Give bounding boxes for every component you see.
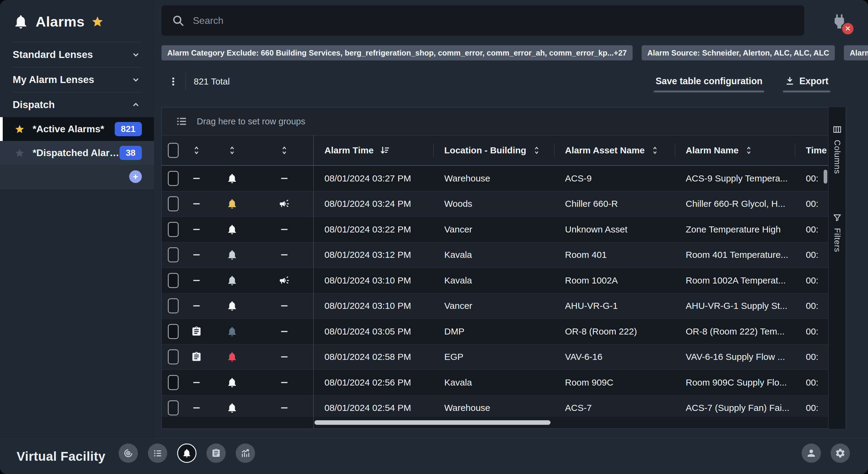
nav-alarms-button[interactable]: [177, 444, 196, 463]
select-all-checkbox[interactable]: [168, 143, 179, 158]
sidebar-section-dispatch[interactable]: Dispatch: [0, 92, 154, 117]
table-row[interactable]: 08/01/2024 03:27 PM Warehouse ACS-9 ACS-…: [162, 166, 828, 191]
alarm-name-cell: Room 401 Temperature...: [675, 242, 795, 268]
nav-target-button[interactable]: [119, 444, 138, 463]
row-checkbox[interactable]: [168, 196, 179, 211]
row-checkbox[interactable]: [168, 375, 179, 390]
user-profile-button[interactable]: [802, 444, 821, 463]
tab-columns-label: Columns: [832, 140, 842, 174]
save-table-configuration-button[interactable]: Save table configuration: [655, 76, 763, 88]
row-checkbox[interactable]: [168, 171, 179, 186]
alarm-bell-icon: [226, 249, 238, 261]
sidebar-item-active-alarms[interactable]: *Active Alarms* 821: [0, 117, 154, 141]
save-label: Save table configuration: [655, 76, 763, 86]
kebab-menu-icon[interactable]: [168, 77, 178, 87]
settings-button[interactable]: [831, 444, 850, 463]
sort-both-icon: [227, 145, 237, 155]
alarm-asset-name-cell: Room 1002A: [554, 268, 675, 293]
sidebar-section-standard-lenses[interactable]: Standard Lenses: [0, 42, 154, 67]
location-building-cell: Vancer: [433, 217, 554, 242]
row-checkbox[interactable]: [168, 400, 179, 415]
star-icon: [14, 124, 25, 135]
alarm-bell-icon: [226, 224, 238, 235]
table-row[interactable]: 08/01/2024 03:05 PM DMP OR-8 (Room 222) …: [162, 319, 828, 345]
nav-list-button[interactable]: [148, 444, 167, 463]
tab-filters[interactable]: Filters: [832, 213, 842, 253]
bell-icon: [182, 448, 192, 458]
row-indicator-cell: [184, 242, 209, 268]
alarm-asset-name-cell: ACS-9: [554, 166, 675, 191]
row-checkbox[interactable]: [168, 273, 179, 288]
row-group-drop-zone[interactable]: Drag here to set row groups: [162, 108, 828, 136]
filter-chip-alarm-source[interactable]: Alarm Source: Schneider, Alerton, ALC, A…: [642, 45, 835, 60]
row-bell-cell: [209, 293, 255, 319]
horizontal-scroll-area: [162, 417, 828, 428]
filter-chip-alarm-state[interactable]: Alarm State: Active: [844, 45, 868, 60]
chevron-up-icon: [131, 100, 141, 110]
row-checkbox-cell: [162, 345, 184, 370]
row-checkbox[interactable]: [168, 349, 179, 364]
alarm-time-cell: 08/01/2024 03:10 PM: [313, 268, 433, 293]
columns-icon: [832, 125, 842, 135]
column-header-alarm-name[interactable]: Alarm Name: [675, 136, 795, 165]
nav-analytics-button[interactable]: [236, 444, 255, 463]
search-input[interactable]: [192, 15, 708, 27]
filter-chip-alarm-category[interactable]: Alarm Category Exclude: 660 Building Ser…: [161, 45, 632, 60]
row-dispatch-cell: [255, 242, 313, 268]
empty-dash: [281, 254, 288, 256]
table-body: 08/01/2024 03:27 PM Warehouse ACS-9 ACS-…: [162, 166, 828, 421]
tab-columns[interactable]: Columns: [832, 125, 842, 174]
nav-clipboard-button[interactable]: [207, 444, 226, 463]
table-row[interactable]: 08/01/2024 02:56 PM Kavala Room 909C Roo…: [162, 370, 828, 395]
time-cell: 00:: [795, 242, 828, 268]
column-header-alarm-time[interactable]: Alarm Time: [313, 136, 433, 165]
row-checkbox[interactable]: [168, 324, 179, 339]
empty-dash: [193, 305, 200, 306]
location-building-cell: Kavala: [433, 370, 554, 395]
sidebar-header: Alarms: [0, 0, 154, 42]
sort-column-header[interactable]: [184, 136, 209, 165]
row-bell-cell: [209, 319, 255, 344]
row-checkbox[interactable]: [168, 222, 179, 237]
row-indicator-cell: [184, 166, 209, 191]
row-indicator-cell: [184, 268, 209, 293]
row-checkbox[interactable]: [168, 247, 179, 262]
alarm-bell-icon: [226, 300, 238, 312]
column-header-time[interactable]: Time: [795, 136, 828, 165]
table-row[interactable]: 08/01/2024 03:24 PM Woods Chiller 660-R …: [162, 191, 828, 217]
table-row[interactable]: 08/01/2024 02:58 PM EGP VAV-6-16 VAV-6-1…: [162, 345, 828, 370]
table-row[interactable]: 08/01/2024 03:22 PM Vancer Unknown Asset…: [162, 217, 828, 242]
table-row[interactable]: 08/01/2024 03:10 PM Kavala Room 1002A Ro…: [162, 268, 828, 293]
sort-column-header[interactable]: [209, 136, 255, 165]
row-bell-cell: [209, 242, 255, 268]
row-bell-cell: [209, 191, 255, 217]
sidebar-item-dispatched-alarms[interactable]: *Dispatched Alar… 38: [0, 141, 154, 165]
empty-dash: [281, 356, 288, 357]
vertical-scrollbar[interactable]: [824, 170, 827, 183]
search-bar[interactable]: [161, 5, 804, 36]
alarm-name-cell: VAV-6-16 Supply Flow ...: [675, 345, 795, 370]
horizontal-scrollbar[interactable]: [314, 420, 551, 425]
row-bell-cell: [209, 268, 255, 293]
table-row[interactable]: 08/01/2024 03:10 PM Vancer AHU-VR-G-1 AH…: [162, 293, 828, 319]
column-header-location-building[interactable]: Location - Building: [433, 136, 554, 165]
empty-dash: [281, 305, 288, 306]
add-lens-button[interactable]: +: [129, 170, 142, 183]
time-cell: 00:: [795, 268, 828, 293]
sort-column-header[interactable]: [255, 136, 313, 165]
column-header-alarm-asset-name[interactable]: Alarm Asset Name: [554, 136, 675, 165]
export-button[interactable]: Export: [785, 76, 829, 88]
row-checkbox[interactable]: [168, 298, 179, 314]
row-dispatch-cell: [255, 370, 313, 395]
empty-dash: [193, 229, 200, 230]
sidebar-section-my-alarm-lenses[interactable]: My Alarm Lenses: [0, 67, 154, 92]
nav-item-label: *Dispatched Alar…: [33, 147, 120, 158]
row-bell-cell: [209, 370, 255, 395]
location-building-cell: Warehouse: [433, 166, 554, 191]
chevron-down-icon: [131, 50, 141, 59]
favorite-star-icon[interactable]: [91, 16, 104, 28]
table-row[interactable]: 08/01/2024 03:12 PM Kavala Room 401 Room…: [162, 242, 828, 268]
row-bell-cell: [209, 166, 255, 191]
connection-status-icon[interactable]: ✕: [830, 12, 854, 36]
time-cell: 00:: [795, 217, 828, 242]
